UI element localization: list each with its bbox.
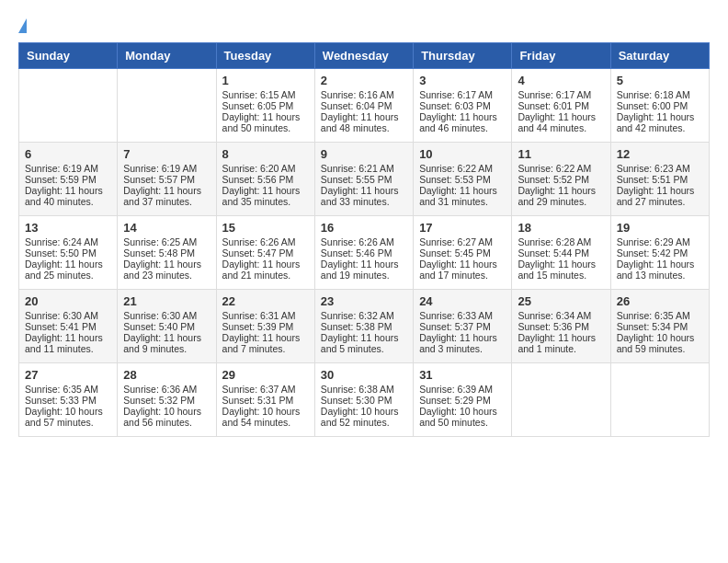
sunset-text: Sunset: 5:55 PM [321,174,407,185]
daylight-text: Daylight: 10 hours and 56 minutes. [123,406,210,428]
sunset-text: Sunset: 5:29 PM [419,395,506,406]
day-number: 31 [419,368,506,382]
day-number: 28 [123,368,210,382]
calendar-day-cell: 14Sunrise: 6:25 AMSunset: 5:48 PMDayligh… [118,216,216,290]
sunrise-text: Sunrise: 6:37 AM [222,384,309,395]
daylight-text: Daylight: 11 hours and 13 minutes. [617,259,703,281]
daylight-text: Daylight: 11 hours and 17 minutes. [419,259,506,281]
calendar-day-cell: 26Sunrise: 6:35 AMSunset: 5:34 PMDayligh… [610,290,709,363]
sunrise-text: Sunrise: 6:22 AM [518,163,604,174]
daylight-text: Daylight: 11 hours and 25 minutes. [25,259,111,281]
daylight-text: Daylight: 11 hours and 48 minutes. [321,111,407,133]
day-number: 26 [617,294,703,308]
daylight-text: Daylight: 10 hours and 54 minutes. [222,406,309,428]
daylight-text: Daylight: 11 hours and 5 minutes. [321,332,407,354]
daylight-text: Daylight: 11 hours and 15 minutes. [518,259,604,281]
day-number: 22 [222,294,309,308]
daylight-text: Daylight: 11 hours and 37 minutes. [123,185,210,207]
sunrise-text: Sunrise: 6:17 AM [419,89,506,100]
calendar-day-cell: 12Sunrise: 6:23 AMSunset: 5:51 PMDayligh… [610,143,709,216]
day-number: 16 [321,221,407,235]
daylight-text: Daylight: 11 hours and 7 minutes. [222,332,309,354]
calendar-day-cell [512,363,610,437]
day-number: 30 [321,368,407,382]
sunset-text: Sunset: 5:39 PM [222,321,309,332]
daylight-text: Daylight: 11 hours and 40 minutes. [25,185,111,207]
day-number: 29 [222,368,309,382]
calendar-day-cell: 16Sunrise: 6:26 AMSunset: 5:46 PMDayligh… [314,216,413,290]
calendar-day-cell: 31Sunrise: 6:39 AMSunset: 5:29 PMDayligh… [414,363,512,437]
day-number: 25 [518,294,604,308]
calendar-day-cell: 17Sunrise: 6:27 AMSunset: 5:45 PMDayligh… [414,216,512,290]
calendar-day-cell [118,69,216,143]
sunset-text: Sunset: 5:56 PM [222,174,309,185]
calendar-day-cell: 7Sunrise: 6:19 AMSunset: 5:57 PMDaylight… [118,143,216,216]
sunrise-text: Sunrise: 6:20 AM [222,163,309,174]
calendar-day-cell: 19Sunrise: 6:29 AMSunset: 5:42 PMDayligh… [610,216,709,290]
day-number: 19 [617,221,703,235]
day-number: 5 [617,74,703,87]
calendar-week-row: 27Sunrise: 6:35 AMSunset: 5:33 PMDayligh… [19,363,710,437]
sunrise-text: Sunrise: 6:22 AM [419,163,506,174]
day-number: 18 [518,221,604,235]
sunset-text: Sunset: 5:59 PM [25,174,111,185]
sunset-text: Sunset: 5:53 PM [419,174,506,185]
calendar-week-row: 13Sunrise: 6:24 AMSunset: 5:50 PMDayligh… [19,216,710,290]
sunset-text: Sunset: 6:01 PM [518,100,604,111]
calendar-day-cell: 5Sunrise: 6:18 AMSunset: 6:00 PMDaylight… [610,69,709,143]
sunset-text: Sunset: 5:34 PM [617,321,703,332]
logo-triangle [18,18,27,33]
weekday-header-cell: Wednesday [314,43,413,69]
daylight-text: Daylight: 11 hours and 42 minutes. [617,111,703,133]
sunrise-text: Sunrise: 6:23 AM [617,163,703,174]
daylight-text: Daylight: 11 hours and 50 minutes. [222,111,309,133]
sunrise-text: Sunrise: 6:35 AM [25,384,111,395]
calendar-day-cell: 20Sunrise: 6:30 AMSunset: 5:41 PMDayligh… [19,290,118,363]
calendar-body: 1Sunrise: 6:15 AMSunset: 6:05 PMDaylight… [19,69,710,437]
sunset-text: Sunset: 5:48 PM [123,247,210,259]
sunset-text: Sunset: 5:41 PM [25,321,111,332]
sunrise-text: Sunrise: 6:33 AM [419,310,506,321]
sunrise-text: Sunrise: 6:39 AM [419,384,506,395]
calendar-day-cell: 28Sunrise: 6:36 AMSunset: 5:32 PMDayligh… [118,363,216,437]
daylight-text: Daylight: 11 hours and 19 minutes. [321,259,407,281]
calendar-week-row: 20Sunrise: 6:30 AMSunset: 5:41 PMDayligh… [19,290,710,363]
sunrise-text: Sunrise: 6:26 AM [321,236,407,247]
sunset-text: Sunset: 5:36 PM [518,321,604,332]
day-number: 9 [321,147,407,161]
calendar-day-cell: 6Sunrise: 6:19 AMSunset: 5:59 PMDaylight… [19,143,118,216]
day-number: 1 [222,74,309,87]
day-number: 13 [25,221,111,235]
calendar-day-cell [610,363,709,437]
daylight-text: Daylight: 11 hours and 1 minute. [518,332,604,354]
sunset-text: Sunset: 5:46 PM [321,247,407,259]
sunrise-text: Sunrise: 6:35 AM [617,310,703,321]
day-number: 20 [25,294,111,308]
day-number: 11 [518,147,604,161]
sunset-text: Sunset: 5:45 PM [419,247,506,259]
daylight-text: Daylight: 11 hours and 31 minutes. [419,185,506,207]
weekday-header-cell: Monday [118,43,216,69]
daylight-text: Daylight: 11 hours and 46 minutes. [419,111,506,133]
sunrise-text: Sunrise: 6:30 AM [25,310,111,321]
calendar-day-cell: 4Sunrise: 6:17 AMSunset: 6:01 PMDaylight… [512,69,610,143]
sunrise-text: Sunrise: 6:26 AM [222,236,309,247]
calendar-day-cell: 29Sunrise: 6:37 AMSunset: 5:31 PMDayligh… [216,363,314,437]
sunrise-text: Sunrise: 6:19 AM [123,163,210,174]
calendar-day-cell: 8Sunrise: 6:20 AMSunset: 5:56 PMDaylight… [216,143,314,216]
sunrise-text: Sunrise: 6:28 AM [518,236,604,247]
calendar-week-row: 6Sunrise: 6:19 AMSunset: 5:59 PMDaylight… [19,143,710,216]
sunset-text: Sunset: 5:50 PM [25,247,111,259]
day-number: 7 [123,147,210,161]
sunrise-text: Sunrise: 6:21 AM [321,163,407,174]
weekday-header-cell: Tuesday [216,43,314,69]
sunrise-text: Sunrise: 6:34 AM [518,310,604,321]
daylight-text: Daylight: 11 hours and 21 minutes. [222,259,309,281]
sunrise-text: Sunrise: 6:25 AM [123,236,210,247]
day-number: 27 [25,368,111,382]
sunset-text: Sunset: 6:05 PM [222,100,309,111]
sunrise-text: Sunrise: 6:19 AM [25,163,111,174]
sunrise-text: Sunrise: 6:16 AM [321,89,407,100]
day-number: 2 [321,74,407,87]
sunset-text: Sunset: 5:52 PM [518,174,604,185]
